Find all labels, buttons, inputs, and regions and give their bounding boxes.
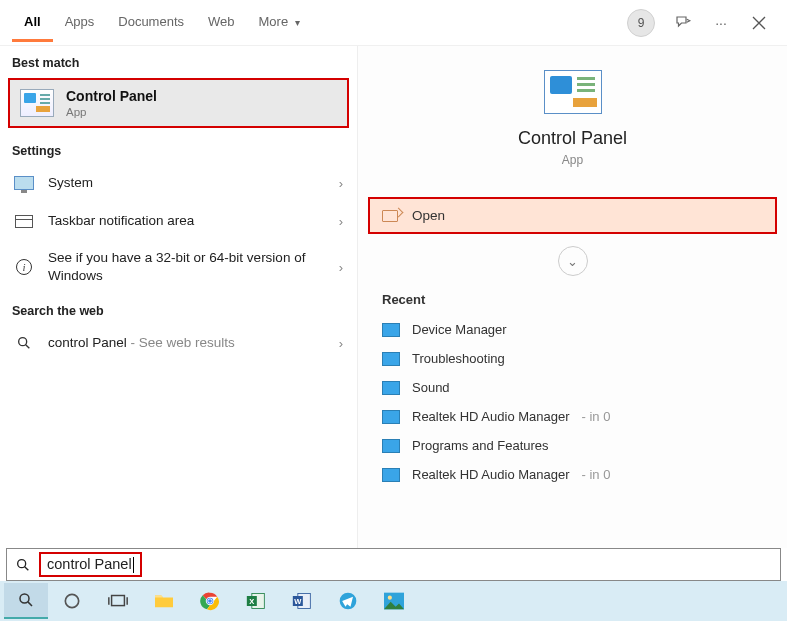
- notification-badge[interactable]: 9: [627, 9, 655, 37]
- control-panel-icon: [20, 89, 54, 117]
- best-match-result[interactable]: Control Panel App: [8, 78, 349, 128]
- svg-text:W: W: [294, 597, 302, 606]
- tab-apps[interactable]: Apps: [53, 3, 107, 42]
- preview-panel: Control Panel App Open ⌄ Recent Device M…: [358, 46, 787, 548]
- control-panel-item-icon: [382, 323, 400, 337]
- scope-tabs: All Apps Documents Web More ▾ 9 ···: [0, 0, 787, 46]
- taskbar-photos-icon[interactable]: [372, 583, 416, 619]
- best-match-header: Best match: [0, 46, 357, 76]
- tab-documents[interactable]: Documents: [106, 3, 196, 42]
- recent-item[interactable]: Troubleshooting: [358, 344, 787, 373]
- taskbar-excel-icon[interactable]: X: [234, 583, 278, 619]
- tab-all[interactable]: All: [12, 3, 53, 42]
- recent-item[interactable]: Realtek HD Audio Manager - in 0: [358, 460, 787, 489]
- web-result-item[interactable]: control Panel - See web results ›: [0, 324, 357, 362]
- chevron-right-icon: ›: [339, 336, 343, 351]
- taskbar-cortana-icon[interactable]: [50, 583, 94, 619]
- settings-item-bitness[interactable]: i See if you have a 32-bit or 64-bit ver…: [0, 240, 357, 294]
- taskbar-taskview-icon[interactable]: [96, 583, 140, 619]
- results-panel: Best match Control Panel App Settings Sy…: [0, 46, 358, 548]
- svg-point-3: [65, 594, 78, 607]
- settings-header: Settings: [0, 134, 357, 164]
- search-icon: [13, 555, 33, 575]
- tab-more[interactable]: More ▾: [247, 3, 312, 42]
- recent-item[interactable]: Programs and Features: [358, 431, 787, 460]
- taskbar-telegram-icon[interactable]: [326, 583, 370, 619]
- taskbar-chrome-icon[interactable]: [188, 583, 232, 619]
- control-panel-item-icon: [382, 439, 400, 453]
- monitor-icon: [14, 173, 34, 193]
- control-panel-item-icon: [382, 381, 400, 395]
- svg-point-17: [388, 596, 392, 600]
- svg-point-2: [20, 594, 29, 603]
- settings-item-system[interactable]: System ›: [0, 164, 357, 202]
- preview-subtitle: App: [358, 153, 787, 167]
- control-panel-item-icon: [382, 410, 400, 424]
- svg-rect-4: [112, 596, 125, 606]
- recent-item[interactable]: Sound: [358, 373, 787, 402]
- open-action[interactable]: Open: [368, 197, 777, 234]
- best-match-subtitle: App: [66, 106, 157, 118]
- taskbar-word-icon[interactable]: W: [280, 583, 324, 619]
- info-icon: i: [14, 257, 34, 277]
- chevron-right-icon: ›: [339, 260, 343, 275]
- more-options-icon[interactable]: ···: [711, 13, 731, 33]
- taskbar: X W: [0, 581, 787, 621]
- web-header: Search the web: [0, 294, 357, 324]
- tab-web[interactable]: Web: [196, 3, 247, 42]
- svg-point-0: [19, 338, 27, 346]
- svg-point-8: [208, 599, 212, 603]
- svg-point-1: [18, 559, 26, 567]
- best-match-title: Control Panel: [66, 88, 157, 104]
- open-icon: [382, 210, 398, 222]
- preview-title: Control Panel: [358, 128, 787, 149]
- recent-item[interactable]: Realtek HD Audio Manager - in 0: [358, 402, 787, 431]
- settings-item-taskbar[interactable]: Taskbar notification area ›: [0, 202, 357, 240]
- chevron-right-icon: ›: [339, 214, 343, 229]
- search-box[interactable]: control Panel: [6, 548, 781, 581]
- chevron-right-icon: ›: [339, 176, 343, 191]
- search-input[interactable]: control Panel: [39, 552, 142, 577]
- svg-text:X: X: [249, 597, 254, 606]
- control-panel-icon-large: [544, 70, 602, 114]
- search-icon: [14, 333, 34, 353]
- chevron-down-icon: ▾: [292, 17, 300, 28]
- recent-header: Recent: [358, 276, 787, 315]
- recent-item[interactable]: Device Manager: [358, 315, 787, 344]
- window-icon: [14, 211, 34, 231]
- taskbar-search-button[interactable]: [4, 583, 48, 619]
- taskbar-file-explorer-icon[interactable]: [142, 583, 186, 619]
- control-panel-item-icon: [382, 352, 400, 366]
- expand-button[interactable]: ⌄: [558, 246, 588, 276]
- close-icon[interactable]: [749, 13, 769, 33]
- feedback-icon[interactable]: [673, 13, 693, 33]
- control-panel-item-icon: [382, 468, 400, 482]
